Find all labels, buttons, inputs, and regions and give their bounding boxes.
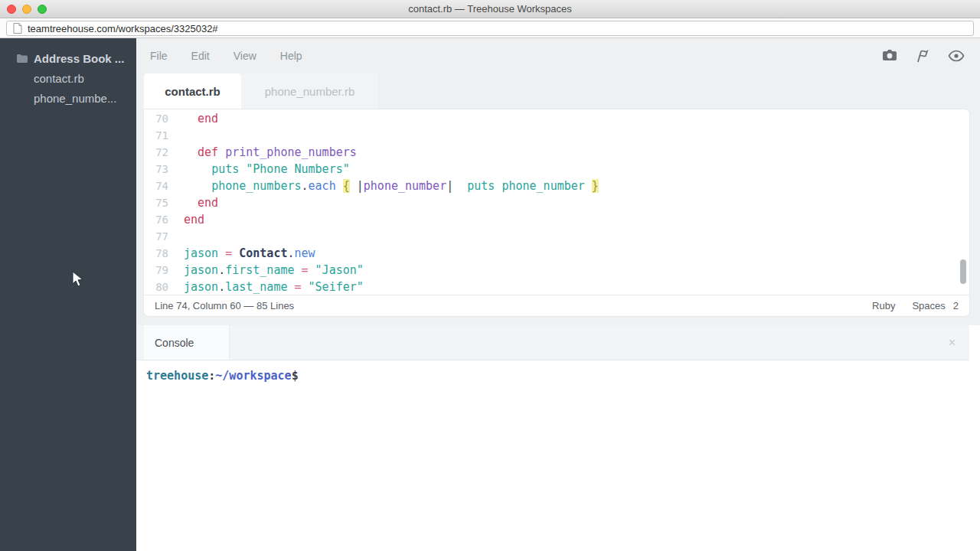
- camera-icon[interactable]: [882, 49, 897, 63]
- editor-tabrow: contact.rbphone_number.rb: [136, 73, 980, 109]
- menu-item-help[interactable]: Help: [280, 50, 302, 62]
- code-editor[interactable]: 70 end7172 def print_phone_numbers73 put…: [144, 109, 969, 295]
- terminal[interactable]: treehouse:~/workspace$: [136, 360, 980, 551]
- line-number: 80: [150, 281, 168, 293]
- code-line[interactable]: 75 end: [144, 194, 969, 211]
- code-text: def print_phone_numbers: [184, 145, 357, 159]
- line-number: 71: [150, 129, 168, 142]
- code-line[interactable]: 74 phone_numbers.each { |phone_number| p…: [144, 178, 969, 194]
- address-bar[interactable]: teamtreehouse.com/workspaces/3325032#: [6, 21, 974, 36]
- code-text: end: [184, 112, 218, 126]
- sidebar-item-address-book[interactable]: Address Book ...: [0, 48, 136, 68]
- browser-window: contact.rb — Treehouse Workspaces teamtr…: [0, 0, 980, 551]
- prompt-segment-host: treehouse: [146, 369, 208, 383]
- code-line[interactable]: 70 end: [144, 110, 969, 127]
- prompt-segment-path: ~/workspace: [215, 369, 291, 383]
- sidebar-item-phone-numbe[interactable]: phone_numbe...: [0, 88, 136, 108]
- flag-icon[interactable]: [915, 49, 930, 64]
- line-number: 72: [150, 146, 168, 158]
- window-title: contact.rb — Treehouse Workspaces: [0, 3, 980, 15]
- indent-size-indicator[interactable]: 2: [953, 300, 959, 311]
- code-line[interactable]: 72 def print_phone_numbers: [144, 144, 969, 161]
- browser-urlbar: teamtreehouse.com/workspaces/3325032#: [0, 18, 980, 38]
- window-titlebar: contact.rb — Treehouse Workspaces: [0, 0, 980, 18]
- line-number: 75: [150, 197, 168, 209]
- code-line[interactable]: 80jason.last_name = "Seifer": [144, 279, 969, 295]
- line-number: 77: [150, 230, 168, 243]
- menu-item-view[interactable]: View: [234, 50, 256, 62]
- editor-scrollbar-thumb[interactable]: [960, 259, 966, 284]
- code-text: jason.first_name = "Jason": [184, 263, 364, 277]
- code-line[interactable]: 77: [144, 228, 969, 245]
- code-text: puts "Phone Numbers": [184, 162, 350, 176]
- cursor-position-text: Line 74, Column 60 — 85 Lines: [155, 300, 294, 311]
- code-line[interactable]: 79jason.first_name = "Jason": [144, 262, 969, 279]
- line-number: 76: [150, 214, 168, 226]
- language-indicator[interactable]: Ruby: [872, 300, 895, 311]
- panel-gap: [136, 316, 980, 325]
- sidebar-item-contact-rb[interactable]: contact.rb: [0, 68, 136, 88]
- code-line[interactable]: 73 puts "Phone Numbers": [144, 161, 969, 178]
- code-line[interactable]: 78jason = Contact.new: [144, 245, 969, 262]
- menubar-icons: [882, 49, 965, 64]
- indent-type-indicator[interactable]: Spaces: [912, 300, 945, 311]
- file-sidebar: Address Book ...contact.rbphone_numbe...: [0, 38, 136, 551]
- close-icon[interactable]: ×: [949, 337, 956, 349]
- sidebar-item-label: phone_numbe...: [34, 92, 116, 105]
- console-header: Console ×: [136, 325, 969, 360]
- line-number: 79: [150, 264, 168, 276]
- code-text: end: [184, 213, 204, 227]
- line-number: 73: [150, 163, 168, 175]
- tab-phone_number-rb[interactable]: phone_number.rb: [241, 73, 378, 109]
- eye-icon[interactable]: [948, 50, 965, 62]
- menu-item-file[interactable]: File: [150, 50, 168, 62]
- prompt-segment-sym: $: [292, 369, 299, 383]
- sidebar-item-label: Address Book ...: [34, 52, 124, 65]
- menu-item-edit[interactable]: Edit: [191, 50, 210, 62]
- tab-console[interactable]: Console: [144, 325, 230, 360]
- line-number: 70: [150, 112, 168, 125]
- console-panel: Console × treehouse:~/workspace$: [136, 325, 980, 551]
- code-line[interactable]: 71: [144, 127, 969, 144]
- editor-card: 70 end7172 def print_phone_numbers73 put…: [144, 109, 969, 316]
- code-text: jason.last_name = "Seifer": [184, 280, 364, 294]
- page-icon: [13, 23, 22, 34]
- workspace-menubar: FileEditViewHelp: [136, 38, 980, 73]
- tab-contact-rb[interactable]: contact.rb: [144, 73, 241, 109]
- editor-statusbar: Line 74, Column 60 — 85 Lines Ruby Space…: [144, 295, 969, 316]
- prompt-segment-sym: :: [208, 369, 215, 383]
- url-text: teamtreehouse.com/workspaces/3325032#: [28, 23, 218, 34]
- line-number: 74: [150, 180, 168, 192]
- code-text: end: [184, 196, 218, 210]
- code-text: phone_numbers.each { |phone_number| puts…: [184, 179, 599, 193]
- sidebar-item-label: contact.rb: [34, 72, 84, 85]
- line-number: 78: [150, 247, 168, 259]
- code-line[interactable]: 76end: [144, 211, 969, 228]
- code-text: jason = Contact.new: [184, 246, 315, 260]
- folder-icon: [17, 54, 34, 63]
